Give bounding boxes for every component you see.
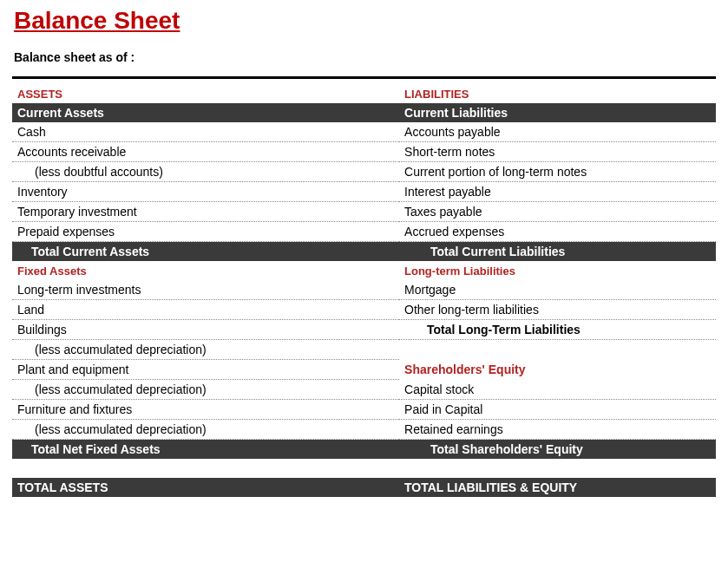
total-liabilities-equity: TOTAL LIABILITIES & EQUITY bbox=[399, 478, 716, 497]
liabilities-header: LIABILITIES bbox=[399, 84, 716, 103]
liability-item: Other long-term liabilities bbox=[399, 300, 716, 320]
asset-item: Buildings bbox=[12, 320, 399, 340]
total-assets: TOTAL ASSETS bbox=[12, 478, 399, 497]
total-current-liabilities: Total Current Liabilities bbox=[399, 242, 716, 262]
assets-header: ASSETS bbox=[12, 84, 399, 103]
total-longterm-liabilities: Total Long-Term Liabilities bbox=[399, 320, 716, 340]
asset-item: Plant and equipment bbox=[12, 360, 399, 380]
asset-item: Furniture and fixtures bbox=[12, 400, 399, 420]
asset-item: Inventory bbox=[12, 182, 399, 202]
liability-item: Interest payable bbox=[399, 182, 716, 202]
equity-item: Retained earnings bbox=[399, 420, 716, 440]
asset-item-indent: (less accumulated depreciation) bbox=[12, 380, 399, 400]
liability-item: Accounts payable bbox=[399, 122, 716, 142]
asset-item: Long-term investments bbox=[12, 280, 399, 300]
top-rule bbox=[12, 76, 716, 79]
current-assets-label: Current Assets bbox=[12, 103, 399, 122]
equity-item: Paid in Capital bbox=[399, 400, 716, 420]
liability-item: Current portion of long-term notes bbox=[399, 162, 716, 182]
total-shareholders-equity: Total Shareholders' Equity bbox=[399, 440, 716, 460]
liability-item: Accrued expenses bbox=[399, 222, 716, 242]
shareholders-equity-label: Shareholders' Equity bbox=[399, 360, 716, 380]
asset-item: Temporary investment bbox=[12, 202, 399, 222]
longterm-liabilities-label: Long-term Liabilities bbox=[399, 261, 716, 280]
equity-item: Capital stock bbox=[399, 380, 716, 400]
balance-sheet-table: ASSETS LIABILITIES Current Assets Curren… bbox=[12, 84, 716, 497]
liability-item: Mortgage bbox=[399, 280, 716, 300]
asset-item-indent: (less doubtful accounts) bbox=[12, 162, 399, 182]
as-of-label: Balance sheet as of : bbox=[14, 50, 716, 64]
liability-item: Short-term notes bbox=[399, 142, 716, 162]
liability-item: Taxes payable bbox=[399, 202, 716, 222]
asset-item-indent: (less accumulated depreciation) bbox=[12, 420, 399, 440]
asset-item: Accounts receivable bbox=[12, 142, 399, 162]
fixed-assets-label: Fixed Assets bbox=[12, 261, 399, 280]
asset-item: Land bbox=[12, 300, 399, 320]
asset-item: Prepaid expenses bbox=[12, 222, 399, 242]
current-liabilities-label: Current Liabilities bbox=[399, 103, 716, 122]
asset-item-indent: (less accumulated depreciation) bbox=[12, 340, 399, 360]
page-title: Balance Sheet bbox=[14, 7, 716, 35]
total-current-assets: Total Current Assets bbox=[12, 242, 399, 262]
asset-item: Cash bbox=[12, 122, 399, 142]
total-net-fixed-assets: Total Net Fixed Assets bbox=[12, 440, 399, 460]
